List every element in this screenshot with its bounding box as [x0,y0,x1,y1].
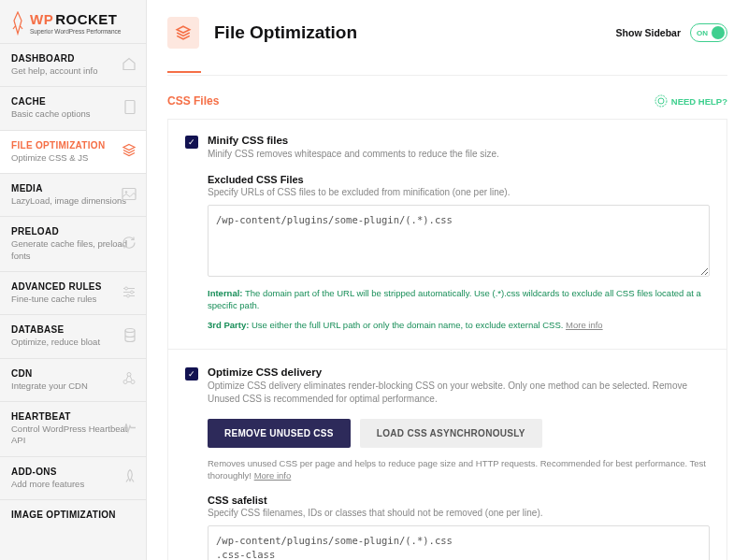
css-safelist-desc: Specify CSS filenames, IDs or classes th… [208,508,710,518]
nav-preload[interactable]: PRELOADGenerate cache files, preload fon… [0,216,146,271]
logo-tagline: Superior WordPress Performance [30,28,121,35]
image-icon [122,187,137,203]
nav-addons[interactable]: ADD-ONSAdd more features [0,456,146,499]
svg-point-6 [125,329,135,333]
load-css-async-button[interactable]: LOAD CSS ASYNCHRONOUSLY [360,419,542,448]
css-files-panel: ✓ Minify CSS files Minify CSS removes wh… [167,119,727,560]
heartbeat-icon [122,421,137,437]
svg-point-5 [127,294,130,297]
svg-point-8 [123,381,127,384]
excluded-css-label: Excluded CSS Files [208,174,710,185]
svg-point-9 [131,381,135,384]
minify-css-desc: Minify CSS removes whitespace and commen… [208,148,710,161]
css-safelist-textarea[interactable] [208,525,710,560]
minify-css-checkbox[interactable]: ✓ [185,136,198,149]
section-title: CSS Files [167,94,219,108]
file-icon [123,100,137,118]
show-sidebar-label: Show Sidebar [616,27,681,38]
logo: WPROCKET Superior WordPress Performance [0,0,146,43]
nav-file-optimization[interactable]: FILE OPTIMIZATIONOptimize CSS & JS [0,130,146,173]
active-tab-indicator [167,71,201,73]
optimize-css-checkbox[interactable]: ✓ [185,367,198,381]
logo-rocket: ROCKET [55,11,117,27]
minify-css-label: Minify CSS files [208,135,710,146]
svg-rect-0 [125,101,135,114]
toggle-knob [712,26,725,39]
refresh-icon [122,236,137,253]
need-help-link[interactable]: NEED HELP? [654,94,727,108]
more-info-link[interactable]: More info [254,470,292,481]
layers-icon [167,17,199,49]
page-header: File Optimization Show Sidebar ON [167,17,727,49]
sidebar-toggle[interactable]: ON [690,23,727,42]
nav-dashboard[interactable]: DASHBOARDGet help, account info [0,43,146,86]
optimize-css-desc: Optimize CSS delivery eliminates render-… [208,380,710,406]
svg-point-11 [658,98,664,104]
nav-image-optimization[interactable]: IMAGE OPTIMIZATION [0,499,146,529]
optimize-css-label: Optimize CSS delivery [208,366,710,378]
nav-database[interactable]: DATABASEOptimize, reduce bloat [0,314,146,357]
svg-point-10 [655,95,667,107]
nav-advanced-rules[interactable]: ADVANCED RULESFine-tune cache rules [0,271,146,314]
css-safelist-label: CSS safelist [208,495,710,506]
main-content: File Optimization Show Sidebar ON CSS Fi… [147,0,748,560]
nav-media[interactable]: MEDIALazyLoad, image dimensions [0,173,146,216]
svg-point-4 [131,291,134,294]
remove-unused-css-button[interactable]: REMOVE UNUSED CSS [208,419,351,448]
help-icon [654,94,668,108]
rocket-icon [123,469,137,487]
nav-heartbeat[interactable]: HEARTBEATControl WordPress Heartbeat API [0,401,146,456]
excluded-css-desc: Specify URLs of CSS files to be excluded… [208,187,710,197]
home-icon [122,56,137,74]
rocket-icon [9,11,26,36]
svg-rect-1 [122,188,136,199]
sliders-icon [122,285,137,301]
svg-point-2 [125,191,127,193]
network-icon [122,371,137,389]
logo-wp: WP [30,11,53,27]
sidebar: WPROCKET Superior WordPress Performance … [0,0,147,560]
nav-cache[interactable]: CACHEBasic cache options [0,86,146,129]
more-info-link[interactable]: More info [566,320,603,330]
page-title: File Optimization [214,22,357,43]
database-icon [123,328,137,346]
excluded-css-textarea[interactable] [208,205,710,277]
svg-point-3 [125,287,128,290]
nav-cdn[interactable]: CDNIntegrate your CDN [0,358,146,401]
layers-icon [122,143,137,161]
